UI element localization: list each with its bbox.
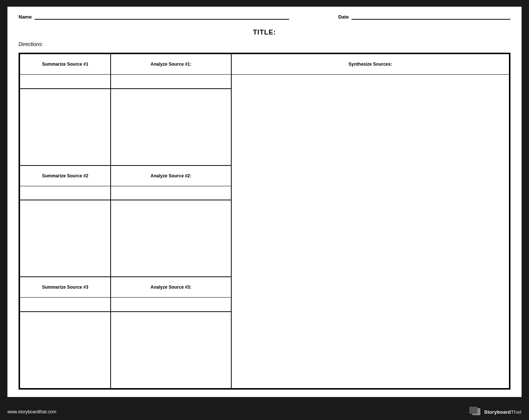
directions-label: Directions: xyxy=(19,41,43,47)
synthesize-header: Synthesize Sources: xyxy=(232,54,509,75)
analyze-1-header: Analyze Source #1: xyxy=(111,54,231,75)
analyze-1-body xyxy=(111,89,231,165)
main-table: Summarize Source #1 Analyze Source #1: S… xyxy=(19,53,510,390)
synthesize-cell: Synthesize Sources: xyxy=(231,54,509,388)
name-field: Name xyxy=(19,14,289,20)
summarize-1-header: Summarize Source #1 xyxy=(20,54,110,75)
date-line xyxy=(352,19,510,20)
analyze-3-header-cell: Analyze Source #3: xyxy=(111,277,231,312)
date-label: Date xyxy=(338,14,349,20)
synthesize-body xyxy=(232,75,509,388)
summarize-2-header-cell: Summarize Source #2 xyxy=(20,165,111,200)
summarize-3-header: Summarize Source #3 xyxy=(20,277,110,298)
analyze-2-body xyxy=(111,200,231,277)
logo-text: StoryboardThat xyxy=(484,409,522,415)
analyze-3-header: Analyze Source #3: xyxy=(111,277,231,298)
footer-logo: StoryboardThat xyxy=(469,407,522,417)
footer: www.storyboardthat.com StoryboardThat xyxy=(0,404,529,420)
title-row: TITLE: xyxy=(19,29,510,36)
analyze-2-header: Analyze Source #2: xyxy=(111,166,231,186)
logo-box-front xyxy=(469,407,477,414)
directions-row: Directions: xyxy=(19,41,510,47)
name-line xyxy=(35,19,289,20)
summarize-2-body xyxy=(20,200,111,277)
storyboardthat-icon xyxy=(469,407,481,417)
page-content: Name Date TITLE: Directions: Summarize S… xyxy=(7,7,522,397)
header-row: Name Date xyxy=(19,14,510,22)
summarize-3-body xyxy=(20,312,111,388)
summarize-2-header: Summarize Source #2 xyxy=(20,166,110,186)
title-text: TITLE: xyxy=(253,29,276,36)
name-label: Name xyxy=(19,14,32,20)
summarize-1-body xyxy=(20,89,111,165)
summarize-3-header-cell: Summarize Source #3 xyxy=(20,277,111,312)
analyze-1-header-cell: Analyze Source #1: xyxy=(111,54,231,89)
date-field: Date xyxy=(338,14,510,20)
analyze-2-header-cell: Analyze Source #2: xyxy=(111,165,231,200)
footer-website: www.storyboardthat.com xyxy=(7,409,56,414)
summarize-1-header-cell: Summarize Source #1 xyxy=(20,54,111,89)
analyze-3-body xyxy=(111,312,231,388)
